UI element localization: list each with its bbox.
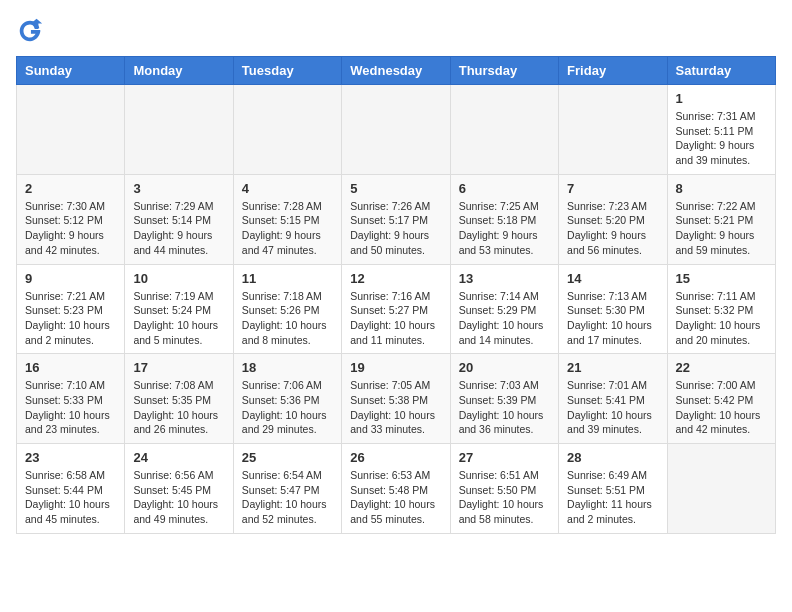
day-info: Sunrise: 7:29 AMSunset: 5:14 PMDaylight:… bbox=[133, 199, 224, 258]
day-info: Sunrise: 6:56 AMSunset: 5:45 PMDaylight:… bbox=[133, 468, 224, 527]
calendar-cell: 2Sunrise: 7:30 AMSunset: 5:12 PMDaylight… bbox=[17, 174, 125, 264]
day-number: 17 bbox=[133, 360, 224, 375]
day-number: 19 bbox=[350, 360, 441, 375]
calendar-week-3: 9Sunrise: 7:21 AMSunset: 5:23 PMDaylight… bbox=[17, 264, 776, 354]
calendar-cell: 27Sunrise: 6:51 AMSunset: 5:50 PMDayligh… bbox=[450, 444, 558, 534]
day-info: Sunrise: 7:05 AMSunset: 5:38 PMDaylight:… bbox=[350, 378, 441, 437]
day-info: Sunrise: 7:19 AMSunset: 5:24 PMDaylight:… bbox=[133, 289, 224, 348]
calendar-week-5: 23Sunrise: 6:58 AMSunset: 5:44 PMDayligh… bbox=[17, 444, 776, 534]
day-info: Sunrise: 7:11 AMSunset: 5:32 PMDaylight:… bbox=[676, 289, 767, 348]
day-info: Sunrise: 7:14 AMSunset: 5:29 PMDaylight:… bbox=[459, 289, 550, 348]
calendar-cell bbox=[559, 85, 667, 175]
day-number: 10 bbox=[133, 271, 224, 286]
header-saturday: Saturday bbox=[667, 57, 775, 85]
day-info: Sunrise: 7:03 AMSunset: 5:39 PMDaylight:… bbox=[459, 378, 550, 437]
day-info: Sunrise: 7:30 AMSunset: 5:12 PMDaylight:… bbox=[25, 199, 116, 258]
day-number: 21 bbox=[567, 360, 658, 375]
day-number: 1 bbox=[676, 91, 767, 106]
day-number: 8 bbox=[676, 181, 767, 196]
day-number: 2 bbox=[25, 181, 116, 196]
calendar-cell bbox=[17, 85, 125, 175]
day-number: 3 bbox=[133, 181, 224, 196]
day-info: Sunrise: 6:49 AMSunset: 5:51 PMDaylight:… bbox=[567, 468, 658, 527]
day-info: Sunrise: 7:01 AMSunset: 5:41 PMDaylight:… bbox=[567, 378, 658, 437]
day-info: Sunrise: 7:16 AMSunset: 5:27 PMDaylight:… bbox=[350, 289, 441, 348]
calendar-cell: 16Sunrise: 7:10 AMSunset: 5:33 PMDayligh… bbox=[17, 354, 125, 444]
calendar-week-1: 1Sunrise: 7:31 AMSunset: 5:11 PMDaylight… bbox=[17, 85, 776, 175]
calendar-cell: 22Sunrise: 7:00 AMSunset: 5:42 PMDayligh… bbox=[667, 354, 775, 444]
day-number: 22 bbox=[676, 360, 767, 375]
calendar-cell: 15Sunrise: 7:11 AMSunset: 5:32 PMDayligh… bbox=[667, 264, 775, 354]
calendar-cell: 12Sunrise: 7:16 AMSunset: 5:27 PMDayligh… bbox=[342, 264, 450, 354]
calendar-cell: 1Sunrise: 7:31 AMSunset: 5:11 PMDaylight… bbox=[667, 85, 775, 175]
calendar-cell: 20Sunrise: 7:03 AMSunset: 5:39 PMDayligh… bbox=[450, 354, 558, 444]
header-tuesday: Tuesday bbox=[233, 57, 341, 85]
day-number: 12 bbox=[350, 271, 441, 286]
day-info: Sunrise: 7:31 AMSunset: 5:11 PMDaylight:… bbox=[676, 109, 767, 168]
day-number: 23 bbox=[25, 450, 116, 465]
calendar-cell: 5Sunrise: 7:26 AMSunset: 5:17 PMDaylight… bbox=[342, 174, 450, 264]
day-number: 26 bbox=[350, 450, 441, 465]
calendar-cell: 4Sunrise: 7:28 AMSunset: 5:15 PMDaylight… bbox=[233, 174, 341, 264]
calendar-cell: 8Sunrise: 7:22 AMSunset: 5:21 PMDaylight… bbox=[667, 174, 775, 264]
calendar-cell: 14Sunrise: 7:13 AMSunset: 5:30 PMDayligh… bbox=[559, 264, 667, 354]
calendar-cell: 10Sunrise: 7:19 AMSunset: 5:24 PMDayligh… bbox=[125, 264, 233, 354]
day-info: Sunrise: 7:18 AMSunset: 5:26 PMDaylight:… bbox=[242, 289, 333, 348]
day-number: 4 bbox=[242, 181, 333, 196]
day-info: Sunrise: 7:26 AMSunset: 5:17 PMDaylight:… bbox=[350, 199, 441, 258]
day-number: 20 bbox=[459, 360, 550, 375]
calendar-cell: 9Sunrise: 7:21 AMSunset: 5:23 PMDaylight… bbox=[17, 264, 125, 354]
calendar-cell: 17Sunrise: 7:08 AMSunset: 5:35 PMDayligh… bbox=[125, 354, 233, 444]
calendar-cell: 11Sunrise: 7:18 AMSunset: 5:26 PMDayligh… bbox=[233, 264, 341, 354]
calendar-cell: 13Sunrise: 7:14 AMSunset: 5:29 PMDayligh… bbox=[450, 264, 558, 354]
calendar-cell: 3Sunrise: 7:29 AMSunset: 5:14 PMDaylight… bbox=[125, 174, 233, 264]
day-info: Sunrise: 7:13 AMSunset: 5:30 PMDaylight:… bbox=[567, 289, 658, 348]
day-info: Sunrise: 7:22 AMSunset: 5:21 PMDaylight:… bbox=[676, 199, 767, 258]
header bbox=[16, 16, 776, 44]
header-monday: Monday bbox=[125, 57, 233, 85]
day-info: Sunrise: 7:25 AMSunset: 5:18 PMDaylight:… bbox=[459, 199, 550, 258]
day-info: Sunrise: 6:53 AMSunset: 5:48 PMDaylight:… bbox=[350, 468, 441, 527]
day-number: 28 bbox=[567, 450, 658, 465]
weekday-header-row: Sunday Monday Tuesday Wednesday Thursday… bbox=[17, 57, 776, 85]
day-info: Sunrise: 7:06 AMSunset: 5:36 PMDaylight:… bbox=[242, 378, 333, 437]
day-number: 6 bbox=[459, 181, 550, 196]
day-info: Sunrise: 6:51 AMSunset: 5:50 PMDaylight:… bbox=[459, 468, 550, 527]
day-info: Sunrise: 7:08 AMSunset: 5:35 PMDaylight:… bbox=[133, 378, 224, 437]
calendar-cell: 6Sunrise: 7:25 AMSunset: 5:18 PMDaylight… bbox=[450, 174, 558, 264]
calendar-cell: 25Sunrise: 6:54 AMSunset: 5:47 PMDayligh… bbox=[233, 444, 341, 534]
calendar-container: Sunday Monday Tuesday Wednesday Thursday… bbox=[16, 16, 776, 534]
header-sunday: Sunday bbox=[17, 57, 125, 85]
calendar-table: Sunday Monday Tuesday Wednesday Thursday… bbox=[16, 56, 776, 534]
calendar-cell: 26Sunrise: 6:53 AMSunset: 5:48 PMDayligh… bbox=[342, 444, 450, 534]
day-info: Sunrise: 7:10 AMSunset: 5:33 PMDaylight:… bbox=[25, 378, 116, 437]
calendar-cell bbox=[125, 85, 233, 175]
day-info: Sunrise: 7:00 AMSunset: 5:42 PMDaylight:… bbox=[676, 378, 767, 437]
day-info: Sunrise: 7:21 AMSunset: 5:23 PMDaylight:… bbox=[25, 289, 116, 348]
day-number: 27 bbox=[459, 450, 550, 465]
day-info: Sunrise: 6:58 AMSunset: 5:44 PMDaylight:… bbox=[25, 468, 116, 527]
calendar-cell bbox=[667, 444, 775, 534]
header-thursday: Thursday bbox=[450, 57, 558, 85]
day-number: 18 bbox=[242, 360, 333, 375]
logo bbox=[16, 16, 48, 44]
day-number: 24 bbox=[133, 450, 224, 465]
calendar-cell: 23Sunrise: 6:58 AMSunset: 5:44 PMDayligh… bbox=[17, 444, 125, 534]
day-info: Sunrise: 7:23 AMSunset: 5:20 PMDaylight:… bbox=[567, 199, 658, 258]
day-number: 25 bbox=[242, 450, 333, 465]
calendar-cell: 18Sunrise: 7:06 AMSunset: 5:36 PMDayligh… bbox=[233, 354, 341, 444]
calendar-cell: 28Sunrise: 6:49 AMSunset: 5:51 PMDayligh… bbox=[559, 444, 667, 534]
calendar-cell: 19Sunrise: 7:05 AMSunset: 5:38 PMDayligh… bbox=[342, 354, 450, 444]
day-number: 9 bbox=[25, 271, 116, 286]
day-number: 14 bbox=[567, 271, 658, 286]
calendar-cell bbox=[342, 85, 450, 175]
day-number: 7 bbox=[567, 181, 658, 196]
calendar-cell bbox=[450, 85, 558, 175]
calendar-cell: 7Sunrise: 7:23 AMSunset: 5:20 PMDaylight… bbox=[559, 174, 667, 264]
calendar-week-4: 16Sunrise: 7:10 AMSunset: 5:33 PMDayligh… bbox=[17, 354, 776, 444]
calendar-cell: 21Sunrise: 7:01 AMSunset: 5:41 PMDayligh… bbox=[559, 354, 667, 444]
day-number: 5 bbox=[350, 181, 441, 196]
day-info: Sunrise: 6:54 AMSunset: 5:47 PMDaylight:… bbox=[242, 468, 333, 527]
day-number: 11 bbox=[242, 271, 333, 286]
day-info: Sunrise: 7:28 AMSunset: 5:15 PMDaylight:… bbox=[242, 199, 333, 258]
